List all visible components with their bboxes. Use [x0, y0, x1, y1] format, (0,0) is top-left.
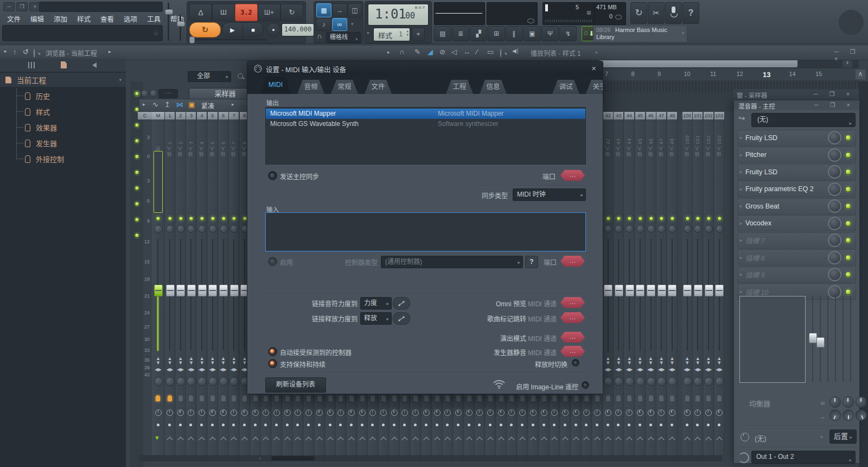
strip-route-icon[interactable]: [705, 437, 711, 443]
shuffle-thumb[interactable]: [189, 36, 195, 43]
mixer-strip[interactable]: 3插入 3▲▼◀▶: [186, 112, 196, 463]
slot-arrow-icon[interactable]: ▸: [740, 255, 742, 260]
strip-swap-icon[interactable]: ▲▼: [667, 356, 677, 365]
generator-mute-selector[interactable]: …: [560, 346, 585, 357]
output-device-row[interactable]: Microsoft MIDI Mapper Microsoft MIDI Map…: [266, 109, 585, 119]
strip-pan-arrows-icon[interactable]: ◀▶: [176, 367, 186, 372]
eq-low-gain-knob[interactable]: [828, 408, 843, 422]
timeline-number[interactable]: 12: [731, 68, 758, 80]
strip-plugin-lamp-icon[interactable]: [403, 395, 407, 401]
strip-plugin-lamp-icon[interactable]: [616, 395, 621, 401]
strip-led[interactable]: [670, 216, 675, 221]
strip-route-icon[interactable]: [594, 437, 600, 443]
strip-plugin-lamp-icon[interactable]: [317, 395, 322, 401]
strip-pan-arrows-icon[interactable]: ◀▶: [165, 367, 175, 372]
channel-rack-window-controls[interactable]: ─ ❐ ×: [814, 91, 854, 98]
strip-pan-knob[interactable]: [716, 225, 724, 233]
dialog-tab[interactable]: MIDI: [260, 77, 291, 94]
strip-plugin-lamp-icon[interactable]: [435, 395, 439, 401]
slot-enable-led[interactable]: [845, 289, 851, 295]
slot-arrow-icon[interactable]: ▸: [740, 221, 742, 226]
strip-knob2[interactable]: [657, 377, 666, 386]
mixer-panel-window-controls[interactable]: ─ ❐ ×: [814, 102, 855, 109]
mixer-h-scrollbar[interactable]: ‹: [139, 455, 723, 462]
strip-route-icon[interactable]: [659, 437, 665, 443]
dialog-close-icon[interactable]: ×: [591, 64, 596, 73]
eq-mid-gain-knob[interactable]: [843, 409, 854, 421]
enable-remote-radio[interactable]: [582, 381, 589, 389]
dialog-titlebar[interactable]: 设置 - MIDI 输入/输出 设备 ×: [247, 61, 603, 75]
effect-slot[interactable]: ▸ Fruity LSD: [737, 164, 856, 180]
strip-plugin-lamp-icon[interactable]: [360, 395, 365, 401]
playlist-window-controls[interactable]: ─ ❐ ×: [834, 48, 868, 62]
timeline-number[interactable]: 11: [705, 68, 731, 80]
browser-window-button[interactable]: ⊞: [488, 26, 505, 41]
menu-item[interactable]: 编辑: [25, 14, 49, 24]
strip-clock-icon[interactable]: [305, 409, 312, 416]
strip-pan-arrows-icon[interactable]: ◀▶: [208, 367, 218, 372]
strip-plugin-lamp-icon[interactable]: [456, 395, 461, 401]
strip-pan-knob[interactable]: [705, 225, 713, 233]
strip-fader[interactable]: [230, 285, 239, 296]
mixer-strip[interactable]: 47插入 47▲▼◀▶: [656, 112, 667, 463]
link-release-velocity-dropdown[interactable]: 释放▸: [360, 312, 392, 325]
playlist-title-next-icon[interactable]: ▸: [596, 49, 598, 55]
browser-item[interactable]: 效果器: [0, 119, 126, 135]
controller-type-dropdown[interactable]: (通用控制器)▸: [381, 256, 523, 268]
strip-plugin-lamp-icon[interactable]: [595, 395, 599, 401]
effect-slot[interactable]: ▸ 插槽 9: [737, 267, 856, 283]
strip-pan-arrows-icon[interactable]: ◀▶: [693, 367, 703, 372]
strip-knob2[interactable]: [229, 377, 239, 386]
strip-route-icon[interactable]: [412, 437, 418, 443]
piano-roll-window-button[interactable]: ▞: [470, 26, 487, 41]
browser-item[interactable]: 发生器: [0, 135, 126, 151]
mixer-strip[interactable]: 7插入 7▲▼◀▶: [229, 112, 239, 463]
strip-route-icon[interactable]: [423, 437, 429, 443]
strip-knob2[interactable]: [208, 377, 218, 386]
mixer-strip[interactable]: 5插入 5▲▼◀▶: [208, 112, 218, 463]
strip-led[interactable]: [232, 216, 237, 221]
strip-clock-icon[interactable]: [412, 409, 419, 416]
strip-route-icon[interactable]: [434, 437, 440, 443]
strip-clock-icon[interactable]: [530, 409, 537, 416]
strip-knob2[interactable]: [165, 377, 175, 386]
microphone-button[interactable]: [665, 2, 682, 24]
strip-route-icon[interactable]: [209, 437, 215, 443]
strip-led[interactable]: [659, 216, 664, 221]
mixer-strip[interactable]: 102插入 102▲▼◀▶: [704, 112, 714, 463]
strip-fader[interactable]: [198, 285, 207, 296]
strip-plugin-lamp-icon[interactable]: [695, 395, 700, 401]
strip-plugin-lamp-icon[interactable]: [706, 395, 711, 401]
slot-mix-knob[interactable]: [828, 131, 841, 144]
strip-fader[interactable]: [626, 285, 634, 296]
strip-clock-icon[interactable]: [380, 409, 387, 416]
strip-plugin-lamp-icon[interactable]: [685, 395, 690, 401]
strip-knob2[interactable]: [187, 377, 196, 386]
strip-plugin-lamp-icon[interactable]: [189, 395, 193, 401]
master-knob2[interactable]: [154, 377, 163, 386]
strip-plugin-lamp-icon[interactable]: [520, 395, 525, 401]
strip-pan-arrows-icon[interactable]: ◀▶: [186, 367, 196, 372]
slot-enable-led[interactable]: [845, 203, 851, 209]
strip-fader[interactable]: [647, 285, 655, 296]
strip-clock-icon[interactable]: [167, 409, 173, 416]
dialog-tab[interactable]: 关于: [586, 80, 603, 94]
strip-led[interactable]: [200, 216, 205, 221]
slot-enable-led[interactable]: [845, 272, 851, 277]
swing-button[interactable]: ♪: [316, 18, 331, 31]
strip-swap-icon[interactable]: ▲▼: [197, 356, 207, 365]
strip-route-icon[interactable]: [669, 437, 675, 443]
sidechain-arrow-icon[interactable]: ↪: [738, 113, 745, 123]
sync-type-dropdown[interactable]: MIDI 时钟▸: [513, 188, 586, 201]
strip-led[interactable]: [638, 216, 643, 221]
slot-arrow-icon[interactable]: ▸: [740, 272, 742, 277]
strip-route-icon[interactable]: [445, 437, 451, 443]
strip-clock-icon[interactable]: [444, 409, 451, 416]
mixer-window-button[interactable]: ∥: [506, 26, 523, 41]
eq-high-freq-knob[interactable]: [856, 396, 867, 408]
strip-clock-icon[interactable]: [423, 409, 430, 416]
slot-enable-led[interactable]: [845, 220, 851, 226]
strip-clock-icon[interactable]: [284, 409, 291, 416]
strip-clock-icon[interactable]: [583, 409, 590, 416]
strip-route-icon[interactable]: [295, 437, 301, 443]
